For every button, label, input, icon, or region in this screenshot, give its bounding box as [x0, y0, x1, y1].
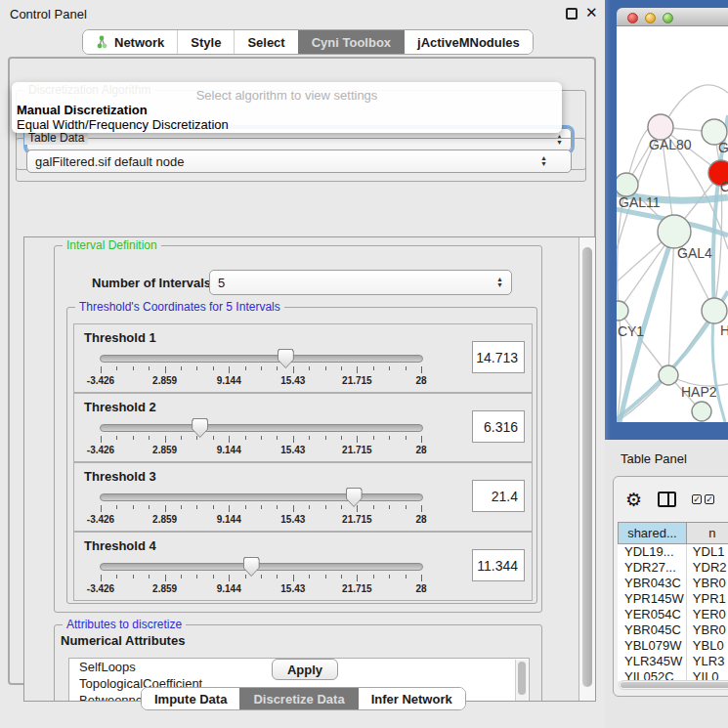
threshold-slider-thumb[interactable]: [278, 349, 294, 368]
network-node[interactable]: [702, 298, 727, 323]
slider-minor-tick: [309, 575, 310, 578]
close-traffic-light-icon[interactable]: [627, 13, 638, 23]
slider-major-tick: [229, 366, 230, 373]
threshold-slider-thumb[interactable]: [346, 488, 363, 507]
slider-major-tick: [165, 436, 166, 443]
table-cell[interactable]: YDL19...: [618, 544, 687, 560]
threshold-value-field[interactable]: 6.316: [472, 410, 525, 443]
network-node[interactable]: [692, 402, 711, 421]
table-cell[interactable]: YLR345W: [618, 654, 687, 669]
table-cell[interactable]: YBR0: [687, 576, 728, 591]
column-select-icons: ✓ ✓: [692, 494, 714, 504]
threshold-slider-track[interactable]: [100, 355, 423, 363]
slider-tick-label: 15.43: [280, 375, 305, 386]
network-node-hap2[interactable]: [659, 365, 678, 385]
table-header-row: shared... n: [618, 522, 728, 544]
network-canvas[interactable]: GAL80GCGAL11GAL4GCY1HHAP2: [617, 26, 728, 422]
network-node-gal11[interactable]: [617, 173, 638, 196]
list-scrollbar[interactable]: [515, 660, 528, 702]
slider-tick-label: -3.426: [87, 375, 114, 386]
table-cell[interactable]: YER054C: [618, 607, 687, 622]
table-row[interactable]: YDL19...YDL1: [618, 544, 728, 560]
tab-network[interactable]: Network: [83, 30, 177, 54]
tab-discretize-data[interactable]: Discretize Data: [239, 688, 357, 709]
tab-cyni-toolbox[interactable]: Cyni Toolbox: [298, 30, 404, 54]
gear-icon[interactable]: ⚙: [625, 489, 642, 511]
network-node-gcy1[interactable]: [617, 301, 628, 321]
group-title: Interval Definition: [63, 238, 161, 252]
table-data-combobox[interactable]: galFiltered.sif default node ▲▼: [26, 150, 572, 173]
table-cell[interactable]: YDR27...: [618, 560, 687, 576]
network-icon: [96, 35, 108, 49]
table-cell[interactable]: YBL0: [687, 638, 728, 654]
slider-minor-tick: [181, 436, 182, 440]
table-cell[interactable]: YBL079W: [618, 638, 687, 654]
menu-item-equal-width-frequency[interactable]: Equal Width/Frequency Discretization: [17, 117, 229, 132]
table-row[interactable]: YBR045CYBR0: [618, 622, 728, 638]
tab-impute-data[interactable]: Impute Data: [142, 688, 239, 709]
threshold-slider-track[interactable]: [100, 563, 423, 571]
checkbox-icon[interactable]: ✓: [705, 494, 714, 504]
minimize-traffic-light-icon[interactable]: [645, 13, 656, 23]
apply-button[interactable]: Apply: [272, 659, 338, 680]
slider-minor-tick: [373, 505, 374, 509]
table-cell[interactable]: YER0: [687, 607, 728, 622]
table-cell[interactable]: YPR145W: [618, 591, 687, 607]
threshold-slider-track[interactable]: [100, 424, 423, 432]
slider-minor-tick: [116, 575, 117, 578]
node-label: GAL4: [677, 245, 712, 261]
network-node-gal4[interactable]: [658, 215, 691, 248]
column-header-shared-name[interactable]: shared...: [618, 522, 687, 544]
threshold-slider-thumb[interactable]: [243, 557, 260, 577]
top-tab-bar: Network Style Select Cyni Toolbox jActiv…: [82, 29, 534, 55]
number-of-intervals-combobox[interactable]: 5 ▲▼: [209, 270, 512, 295]
table-row[interactable]: YBL079WYBL0: [618, 638, 728, 654]
threshold-value-field[interactable]: 11.344: [472, 549, 525, 581]
checkbox-icon[interactable]: ✓: [692, 494, 702, 504]
table-cell[interactable]: YBR043C: [618, 576, 687, 591]
threshold-value-field[interactable]: 21.4: [472, 480, 525, 512]
threshold-panel: Threshold 2 6.316 -3.4262.8599.14415.432…: [73, 393, 533, 462]
slider-major-tick: [101, 436, 102, 443]
slider-tick-label: 2.859: [152, 514, 177, 525]
slider-minor-tick: [133, 366, 134, 370]
menu-item-manual-discretization[interactable]: Manual Discretization: [17, 103, 148, 117]
tab-label: Discretize Data: [253, 692, 344, 707]
table-cell[interactable]: YBR0: [687, 622, 728, 638]
column-header-name[interactable]: n: [687, 522, 728, 544]
table-row[interactable]: YLR345WYLR3: [618, 654, 728, 669]
scrollbar-thumb[interactable]: [582, 247, 592, 687]
scrollbar-thumb[interactable]: [621, 682, 728, 688]
threshold-slider-thumb[interactable]: [192, 418, 208, 438]
table-row[interactable]: YPR145WYPR1: [618, 591, 728, 607]
float-window-icon[interactable]: [566, 8, 578, 20]
slider-major-tick: [165, 366, 166, 373]
vertical-scrollbar[interactable]: [578, 237, 595, 701]
threshold-slider-track[interactable]: [100, 493, 423, 501]
table-row[interactable]: YER054CYER0: [618, 607, 728, 622]
tab-jactivemnodules[interactable]: jActiveMNodules: [404, 30, 533, 54]
slider-minor-tick: [277, 366, 278, 370]
table-cell[interactable]: YBR045C: [618, 622, 687, 638]
slider-minor-tick: [181, 366, 182, 370]
table-cell[interactable]: YPR1: [687, 591, 728, 607]
zoom-traffic-light-icon[interactable]: [663, 13, 673, 23]
slider-minor-tick: [213, 505, 214, 509]
slider-minor-tick: [196, 436, 197, 440]
tab-infer-network[interactable]: Infer Network: [358, 688, 465, 709]
close-icon[interactable]: ✕: [585, 4, 598, 21]
slider-minor-tick: [341, 436, 342, 440]
horizontal-scrollbar[interactable]: [619, 680, 728, 690]
scrollbar-thumb[interactable]: [518, 662, 526, 695]
table-cell[interactable]: YLR3: [687, 654, 728, 669]
column-split-icon[interactable]: [658, 492, 676, 507]
tab-style[interactable]: Style: [177, 30, 234, 54]
threshold-value-field[interactable]: 14.713: [472, 341, 525, 373]
table-cell[interactable]: YDL1: [687, 544, 728, 560]
table-cell[interactable]: YDR2: [687, 560, 728, 576]
table-row[interactable]: YBR043CYBR0: [618, 576, 728, 591]
slider-minor-tick: [389, 436, 390, 440]
table-row[interactable]: YDR27...YDR2: [618, 560, 728, 576]
node-label: GCY1: [617, 323, 644, 339]
tab-select[interactable]: Select: [234, 30, 297, 54]
